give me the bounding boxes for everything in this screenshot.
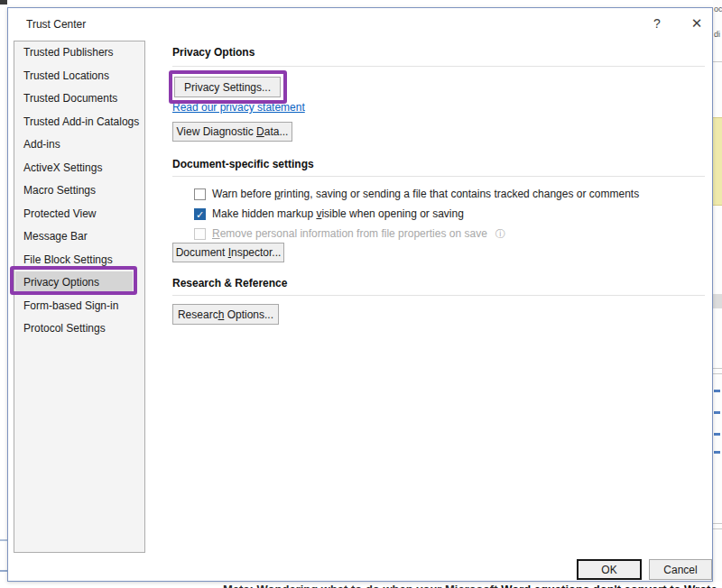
checkbox-label: Remove personal information from file pr… [212, 227, 487, 240]
remove-personal-information-checkbox-row: Remove personal information from file pr… [194, 225, 505, 243]
button-label-part: Researc [178, 308, 218, 321]
sidebar-item-trusted-locations[interactable]: Trusted Locations [14, 65, 144, 88]
view-diagnostic-data-button[interactable]: View Diagnostic Data... [172, 122, 292, 142]
help-icon[interactable]: ? [647, 14, 667, 32]
checkbox-label: Make hidden markup visible when opening … [212, 207, 464, 220]
trust-center-dialog: Trust Center ? ✕ Trusted Publishers Trus… [7, 7, 713, 582]
background-link-fragment [714, 411, 720, 414]
background-headline-regular: Meta: Wondering what to do when your Mic… [223, 583, 498, 588]
background-page-left-sliver [0, 0, 7, 588]
sidebar-item-trusted-documents[interactable]: Trusted Documents [14, 87, 144, 111]
label-mnemonic: p [274, 188, 281, 200]
label-mnemonic: R [212, 227, 220, 240]
label-part: Make hidden markup [212, 207, 316, 220]
privacy-settings-button[interactable]: Privacy Settings... [174, 77, 281, 97]
category-list: Trusted Publishers Trusted Locations Tru… [14, 41, 145, 553]
sidebar-item-activex-settings[interactable]: ActiveX Settings [14, 157, 144, 180]
background-text-fragment: oc [714, 5, 722, 14]
background-page-right-sliver: oc di [713, 0, 722, 588]
background-headline-text: Meta: Wondering what to do when your Mic… [223, 583, 717, 588]
label-part: isible when opening or saving [321, 207, 463, 220]
make-hidden-markup-visible-checkbox-row: ✓ Make hidden markup visible when openin… [194, 205, 464, 223]
label-part: Warn before [212, 188, 274, 200]
sidebar-item-trusted-add-in-catalogs[interactable]: Trusted Add-in Catalogs [14, 111, 144, 134]
background-headline-bold: Word equations don't convert to Wrote [501, 583, 717, 588]
privacy-statement-link[interactable]: Read our privacy statement [172, 101, 305, 114]
section-divider [172, 176, 705, 177]
button-label-part: ata... [264, 125, 289, 138]
checkbox-label: Warn before printing, saving or sending … [212, 188, 639, 200]
background-link-fragment [714, 433, 720, 436]
section-divider [172, 66, 705, 67]
button-mnemonic: D [256, 125, 264, 138]
background-page-bottom-strip: Meta: Wondering what to do when your Mic… [0, 582, 722, 588]
warn-before-printing-checkbox[interactable] [194, 188, 206, 200]
info-icon: ⓘ [495, 227, 505, 241]
sidebar-item-form-based-sign-in[interactable]: Form-based Sign-in [14, 295, 144, 318]
background-gray-block [713, 294, 722, 308]
button-label-part: nspector... [231, 246, 281, 259]
background-divider [713, 61, 722, 62]
background-divider [713, 373, 722, 374]
document-specific-settings-heading: Document-specific settings [172, 158, 314, 170]
sidebar-item-macro-settings[interactable]: Macro Settings [14, 179, 144, 203]
dialog-title: Trust Center [26, 18, 86, 31]
close-icon[interactable]: ✕ [687, 14, 707, 32]
background-dark-fragment [0, 0, 7, 5]
label-part: emove personal information from file pro… [220, 227, 487, 240]
background-yellow-highlight [713, 117, 722, 206]
sidebar-item-add-ins[interactable]: Add-ins [14, 133, 144, 157]
background-link-fragment [714, 451, 720, 454]
background-line [0, 570, 7, 572]
sidebar-item-protocol-settings[interactable]: Protocol Settings [14, 317, 144, 341]
background-divider [713, 523, 722, 524]
background-text-fragment: di [714, 30, 720, 39]
sidebar-item-privacy-options[interactable]: Privacy Options [15, 271, 133, 295]
button-label-part: Options... [224, 308, 273, 321]
remove-personal-information-checkbox [194, 228, 206, 240]
privacy-options-heading: Privacy Options [172, 46, 255, 59]
make-hidden-markup-visible-checkbox[interactable]: ✓ [194, 208, 206, 220]
sidebar-item-message-bar[interactable]: Message Bar [14, 225, 144, 249]
section-divider [172, 295, 705, 296]
sidebar-item-file-block-settings[interactable]: File Block Settings [14, 249, 144, 272]
sidebar-item-trusted-publishers[interactable]: Trusted Publishers [14, 41, 144, 65]
label-part: rinting, saving or sending a file that c… [281, 188, 640, 200]
background-link-fragment [714, 390, 720, 392]
sidebar-item-protected-view[interactable]: Protected View [14, 203, 144, 226]
research-reference-heading: Research & Reference [172, 277, 287, 289]
background-line [0, 539, 7, 541]
cancel-button[interactable]: Cancel [649, 559, 712, 580]
research-options-button[interactable]: Research Options... [172, 304, 279, 325]
background-divider [713, 528, 722, 529]
background-divider [713, 368, 722, 369]
document-inspector-button[interactable]: Document Inspector... [172, 243, 284, 262]
button-label-part: Document [176, 246, 228, 259]
warn-before-printing-checkbox-row: Warn before printing, saving or sending … [194, 185, 639, 203]
ok-button[interactable]: OK [577, 559, 642, 580]
button-label-part: View Diagnostic [177, 125, 257, 138]
